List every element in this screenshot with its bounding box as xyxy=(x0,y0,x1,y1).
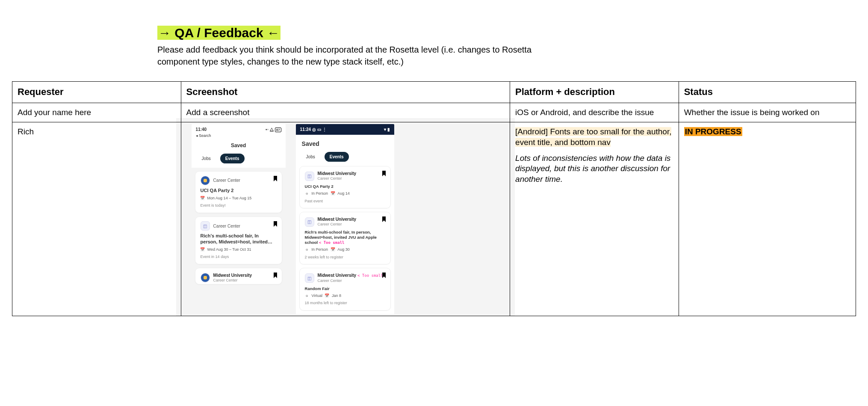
org-name: Midwest University Career Center xyxy=(318,216,357,227)
ios-tabs: Jobs Events xyxy=(192,154,286,168)
calendar-icon: 📅 xyxy=(331,248,335,252)
helper-platform-desc[interactable]: iOS or Android, and describe the issue xyxy=(510,103,679,122)
event-title: UCI QA Party 2 xyxy=(201,188,277,194)
android-tabs: Jobs Events xyxy=(296,152,394,166)
ios-back-search: ◂ Search xyxy=(192,133,286,140)
event-card: ◫ Midwest University Career Center Rich'… xyxy=(299,212,391,264)
feedback-table: Requester Screenshot Platform + descript… xyxy=(12,81,856,316)
org-avatar: ◫ xyxy=(305,217,314,227)
event-date: Aug 14 xyxy=(337,191,350,196)
table-row: Rich 11:40 ▪▫ ⧋ 87 ◂ Search xyxy=(12,122,856,316)
event-date: Aug 30 xyxy=(337,247,350,252)
event-footer: 18 months left to register xyxy=(305,301,385,306)
tab-events: Events xyxy=(220,154,245,163)
bookmark-icon xyxy=(273,221,278,227)
page-title: → QA / Feedback ← xyxy=(157,26,280,40)
event-title: Random Fair xyxy=(305,286,385,291)
calendar-icon: 📅 xyxy=(201,196,205,201)
tab-events: Events xyxy=(325,152,349,162)
android-statusbar: 11:24 ◎ ▭ ⋮ ▾ ▮ xyxy=(296,124,394,135)
tab-jobs: Jobs xyxy=(301,152,320,162)
org-avatar xyxy=(201,176,210,185)
page-subtext: Please add feedback you think should be … xyxy=(157,44,542,68)
ios-time: 11:40 xyxy=(196,127,207,132)
ios-indicators: ▪▫ ⧋ 87 xyxy=(266,127,281,132)
org-name: Career Center xyxy=(213,223,240,229)
event-card: Midwest University Career Center xyxy=(195,268,282,284)
event-card: ◫ Midwest University Career Center UCI Q… xyxy=(299,166,391,208)
bookmark-icon xyxy=(382,216,386,222)
org-name: Midwest University Career Center xyxy=(213,273,252,283)
event-meta: 📅 Mon Aug 14 – Tue Aug 15 xyxy=(201,196,277,201)
table-header-row: Requester Screenshot Platform + descript… xyxy=(12,82,856,103)
event-location: Virtual xyxy=(312,293,322,299)
helper-requester[interactable]: Add your name here xyxy=(12,103,181,122)
org-avatar: ◫ xyxy=(305,273,314,283)
cell-screenshot[interactable]: 11:40 ▪▫ ⧋ 87 ◂ Search Saved Jobs Events xyxy=(181,122,510,316)
org-name: Midwest University < Too small Career Ce… xyxy=(318,273,383,283)
calendar-icon: 📅 xyxy=(325,294,329,298)
phone-android: 11:24 ◎ ▭ ⋮ ▾ ▮ Saved Jobs Events xyxy=(296,124,394,314)
event-meta: 📅 Wed Aug 30 – Tue Oct 31 xyxy=(201,247,277,252)
page-header: → QA / Feedback ← Please add feedback yo… xyxy=(157,26,542,68)
org-avatar xyxy=(201,273,210,282)
cell-platform-desc[interactable]: [Android] Fonts are too small for the au… xyxy=(510,122,679,316)
event-meta: ⍟ Virtual 📅 Jan 8 xyxy=(305,293,385,299)
calendar-icon: 📅 xyxy=(331,192,335,196)
signal-icon: ▪▫ xyxy=(266,127,269,132)
event-date: Jan 8 xyxy=(332,293,341,299)
android-time: 11:24 ◎ ▭ ⋮ xyxy=(300,127,327,132)
col-header-requester: Requester xyxy=(12,82,181,103)
col-header-screenshot: Screenshot xyxy=(181,82,510,103)
phone-ios: 11:40 ▪▫ ⧋ 87 ◂ Search Saved Jobs Events xyxy=(192,124,286,314)
bookmark-icon xyxy=(273,273,278,278)
event-footer: 2 weeks left to register xyxy=(305,255,385,260)
pin-icon: ⍟ xyxy=(305,192,309,196)
event-footer: Past event xyxy=(305,199,385,204)
event-date: Wed Aug 30 – Tue Oct 31 xyxy=(207,247,251,252)
bookmark-icon xyxy=(382,171,386,176)
android-page-title: Saved xyxy=(296,135,394,152)
status-badge: IN PROGRESS xyxy=(684,127,742,136)
event-date: Mon Aug 14 – Tue Aug 15 xyxy=(207,196,252,201)
tab-jobs: Jobs xyxy=(197,154,216,163)
event-title: Rich's multi-school fair, In person, Mid… xyxy=(305,230,385,245)
battery-icon: 87 xyxy=(275,127,281,132)
pin-icon: ⍟ xyxy=(305,248,309,252)
event-meta: ⍟ In Person 📅 Aug 14 xyxy=(305,191,385,196)
event-title: UCI QA Party 2 xyxy=(305,184,385,189)
ios-page-title: Saved xyxy=(192,140,286,154)
desc-italic: Lots of inconsistencies with how the dat… xyxy=(515,153,673,185)
android-feed: ◫ Midwest University Career Center UCI Q… xyxy=(296,166,394,314)
event-location: In Person xyxy=(312,247,328,252)
ios-feed: Career Center UCI QA Party 2 📅 Mon Aug 1… xyxy=(192,168,286,314)
desc-highlight: [Android] Fonts are too small for the au… xyxy=(515,127,671,147)
ios-statusbar: 11:40 ▪▫ ⧋ 87 xyxy=(192,124,286,133)
event-footer: Event in 14 days xyxy=(201,255,277,260)
bookmark-icon xyxy=(273,176,278,181)
event-card: ◫ Midwest University < Too small Career … xyxy=(299,268,391,311)
org-name: Midwest University Career Center xyxy=(318,171,357,181)
event-card: Career Center UCI QA Party 2 📅 Mon Aug 1… xyxy=(195,171,282,213)
event-title: Rich's multi-school fair, In person, Mid… xyxy=(201,233,277,245)
annotation: < Too small xyxy=(319,240,345,245)
cell-requester[interactable]: Rich xyxy=(12,122,181,316)
pin-icon: ⍟ xyxy=(305,294,309,298)
org-avatar: ◫ xyxy=(201,221,210,231)
calendar-icon: 📅 xyxy=(201,247,205,252)
screenshot-container: 11:40 ▪▫ ⧋ 87 ◂ Search Saved Jobs Events xyxy=(176,118,515,316)
helper-status[interactable]: Whether the issue is being worked on xyxy=(679,103,856,122)
bookmark-icon xyxy=(382,273,386,278)
event-location: In Person xyxy=(312,191,328,196)
org-avatar: ◫ xyxy=(305,172,314,181)
org-name: Career Center xyxy=(213,178,240,183)
col-header-platform-desc: Platform + description xyxy=(510,82,679,103)
event-card: ◫ Career Center Rich's multi-school fair… xyxy=(195,216,282,264)
annotation: < Too small xyxy=(357,273,383,278)
wifi-icon: ⧋ xyxy=(270,127,274,132)
col-header-status: Status xyxy=(679,82,856,103)
cell-status[interactable]: IN PROGRESS xyxy=(679,122,856,316)
event-footer: Event is today! xyxy=(201,203,277,208)
event-meta: ⍟ In Person 📅 Aug 30 xyxy=(305,247,385,252)
android-indicators: ▾ ▮ xyxy=(384,127,390,132)
